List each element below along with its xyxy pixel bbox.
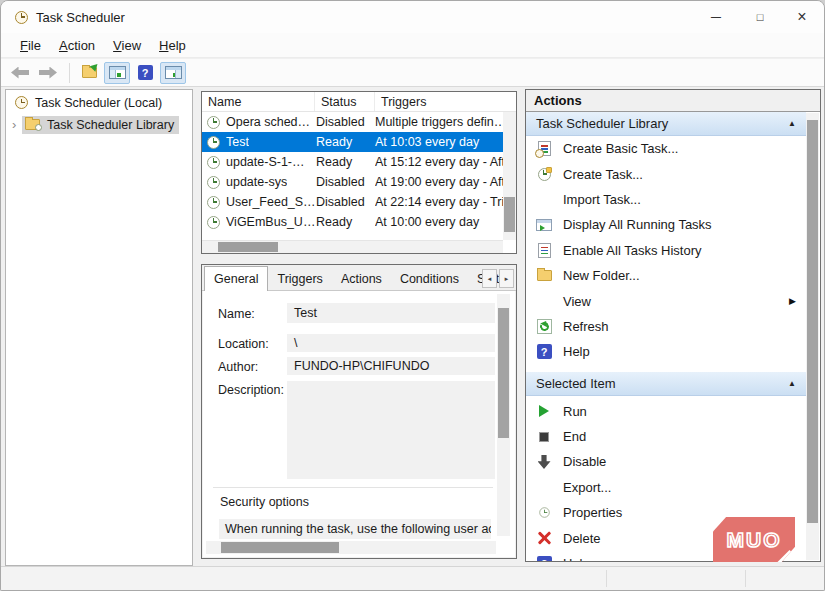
toolbar-separator [69,63,70,83]
tab-conditions[interactable]: Conditions [391,268,468,290]
action-run[interactable]: Run [526,399,806,424]
task-list-vertical-scrollbar[interactable] [503,112,516,240]
menu-view[interactable]: View [104,35,150,56]
new-folder-icon [535,268,553,284]
tab-scroll-right-button[interactable]: ► [499,269,514,288]
tree-root-label: Task Scheduler (Local) [35,96,162,110]
title-bar: Task Scheduler ─ □ × [1,1,824,33]
export-list-button[interactable] [76,62,102,84]
task-triggers: At 22:14 every day - Tri… [375,195,503,209]
create-task-icon [535,166,553,182]
scrollbar-thumb[interactable] [218,242,278,252]
action-label: Export... [563,480,611,495]
task-scheduler-window: Task Scheduler ─ □ × File Action View He… [0,0,825,591]
actions-vertical-scrollbar[interactable] [806,113,819,560]
action-import-task[interactable]: Import Task... [526,187,806,212]
name-label: Name: [218,307,255,321]
tab-general[interactable]: General [204,266,268,291]
tree-item-library[interactable]: › Task Scheduler Library [6,115,192,134]
create-basic-task-icon [535,141,553,157]
action-label: End [563,429,586,444]
menu-help[interactable]: Help [150,35,195,56]
task-list-horizontal-scrollbar[interactable] [202,240,503,253]
tree-expand-chevron-icon[interactable]: › [12,120,22,130]
action-label: Properties [563,505,622,520]
action-display-running-tasks[interactable]: Display All Running Tasks [526,212,806,237]
close-button[interactable]: × [782,1,822,33]
action-create-basic-task[interactable]: Create Basic Task... [526,136,806,161]
task-clock-icon [207,136,220,149]
task-clock-icon [207,116,220,129]
task-row[interactable]: update-S-1-… Ready At 15:12 every day - … [202,152,503,172]
action-create-task[interactable]: Create Task... [526,161,806,186]
section-divider [213,487,493,488]
status-separator [745,570,746,587]
task-triggers: At 10:03 every day [375,135,503,149]
task-status: Ready [315,215,375,229]
actions-pane-title: Actions [526,90,820,112]
task-row[interactable]: User_Feed_S… Disabled At 22:14 every day… [202,192,503,212]
action-end[interactable]: End [526,424,806,449]
menu-bar: File Action View Help [1,33,824,58]
tree-library-selection[interactable]: Task Scheduler Library [22,116,179,134]
column-header-name[interactable]: Name [202,92,315,111]
column-header-triggers[interactable]: Triggers [375,92,516,111]
collapse-icon[interactable]: ▲ [788,119,796,128]
forward-button[interactable] [35,62,61,84]
action-view[interactable]: View ▶ [526,288,806,313]
action-disable[interactable]: Disable [526,449,806,474]
task-clock-icon [207,216,220,229]
show-action-pane-button[interactable] [160,62,186,84]
status-bar [1,566,824,590]
scrollbar-thumb[interactable] [221,542,339,553]
action-enable-tasks-history[interactable]: Enable All Tasks History [526,238,806,263]
task-row[interactable]: ViGEmBus_U… Ready At 10:00 every day [202,212,503,232]
scrollbar-thumb[interactable] [807,120,818,523]
menu-action[interactable]: Action [50,35,104,56]
column-header-status[interactable]: Status [315,92,375,111]
task-row-selected[interactable]: Test Ready At 10:03 every day [202,132,503,152]
action-label: New Folder... [563,268,640,283]
minimize-button[interactable]: ─ [696,1,736,33]
help-toolbar-button[interactable]: ? [132,62,158,84]
action-export[interactable]: Export... [526,475,806,500]
action-label: Enable All Tasks History [563,243,702,258]
tab-scroll-left-button[interactable]: ◄ [482,269,497,288]
back-button[interactable] [7,62,33,84]
actions-section-library-header[interactable]: Task Scheduler Library ▲ [526,112,806,136]
tab-scroll-buttons: ◄ ► [480,269,514,288]
toolbar: ? [1,59,824,87]
action-new-folder[interactable]: New Folder... [526,263,806,288]
task-name: update-S-1-… [226,155,305,169]
name-value-field: Test [287,303,495,323]
console-tree-icon [109,66,126,79]
details-vertical-scrollbar[interactable] [497,294,510,536]
tree-item-root[interactable]: Task Scheduler (Local) [6,93,192,112]
action-label: Refresh [563,319,609,334]
author-value-field: FUNDO-HP\CHIFUNDO [287,357,495,375]
watermark-text: MUO [727,528,782,552]
tab-actions[interactable]: Actions [332,268,391,290]
task-row[interactable]: update-sys Disabled At 19:00 every day -… [202,172,503,192]
maximize-button[interactable]: □ [740,1,780,33]
action-help[interactable]: ? Help [526,339,806,364]
no-icon [535,479,553,495]
details-horizontal-scrollbar[interactable] [206,541,496,554]
task-row[interactable]: Opera sched… Disabled Multiple triggers … [202,112,503,132]
task-name: Opera sched… [226,115,310,129]
show-console-tree-button[interactable] [104,62,130,84]
tab-triggers[interactable]: Triggers [268,268,331,290]
action-refresh[interactable]: Refresh [526,314,806,339]
scheduler-clock-icon [15,96,28,109]
help-icon: ? [535,344,553,360]
action-label: Create Basic Task... [563,141,678,156]
actions-pane: Actions Task Scheduler Library ▲ Create … [525,89,821,562]
actions-section-selected-item-header[interactable]: Selected Item ▲ [526,372,806,396]
scrollbar-thumb[interactable] [498,308,509,438]
refresh-icon [535,318,553,334]
menu-file[interactable]: File [11,35,50,56]
collapse-icon[interactable]: ▲ [788,379,796,388]
scrollbar-thumb[interactable] [504,197,515,232]
task-clock-icon [207,176,220,189]
task-list-header: Name Status Triggers [202,92,516,112]
